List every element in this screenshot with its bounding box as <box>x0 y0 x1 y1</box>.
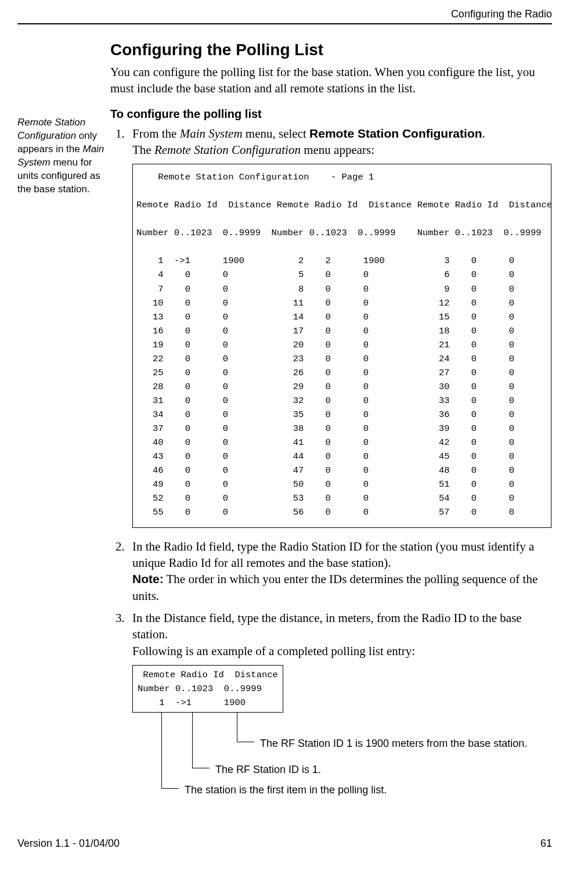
footer-version: Version 1.1 - 01/04/00 <box>17 837 120 850</box>
section-title: Configuring the Polling List <box>110 41 551 59</box>
step-1-menu-italic: Main System <box>180 127 243 141</box>
steps-list: From the Main System menu, select Remote… <box>110 125 551 824</box>
step-2-note-text: The order in which you enter the IDs det… <box>132 572 538 602</box>
margin-note-ital-1: Remote Station Configuration <box>17 117 85 141</box>
step-3-text-a: In the Distance field, type the distance… <box>132 611 522 641</box>
step-1-result-a: The <box>132 143 154 157</box>
step-1-ui-bold: Remote Station Configuration <box>309 127 482 140</box>
callout-distance: The RF Station ID 1 is 1900 meters from … <box>260 736 527 750</box>
step-3-text-b: Following is an example of a completed p… <box>132 644 415 658</box>
callouts: The RF Station ID 1 is 1900 meters from … <box>132 713 551 823</box>
step-1-result-ital: Remote Station Configuration <box>154 143 301 157</box>
step-1-result-b: menu appears: <box>301 143 374 157</box>
terminal-screen: Remote Station Configuration - Page 1 Re… <box>132 164 551 527</box>
step-2: In the Radio Id field, type the Radio St… <box>128 538 551 604</box>
step-2-note-label: Note: <box>132 572 164 585</box>
step-2-text: In the Radio Id field, type the Radio St… <box>132 540 534 570</box>
callout-radio-id: The RF Station ID is 1. <box>215 763 321 776</box>
step-3: In the Distance field, type the distance… <box>128 610 551 823</box>
step-1: From the Main System menu, select Remote… <box>128 125 551 528</box>
callout-poll-order: The station is the first item in the pol… <box>185 783 387 797</box>
procedure-heading: To configure the polling list <box>110 107 551 121</box>
step-1-text-c: . <box>482 127 485 141</box>
example-box: Remote Radio Id Distance Number 0..1023 … <box>132 665 283 713</box>
step-1-text-b: menu, select <box>243 127 309 141</box>
section-intro: You can configure the polling list for t… <box>110 64 551 97</box>
step-1-text-a: From the <box>132 127 180 141</box>
margin-note: Remote Station Configuration only appear… <box>17 116 104 196</box>
running-header: Configuring the Radio <box>451 8 552 20</box>
top-rule <box>17 23 552 24</box>
footer-page-number: 61 <box>540 837 552 850</box>
